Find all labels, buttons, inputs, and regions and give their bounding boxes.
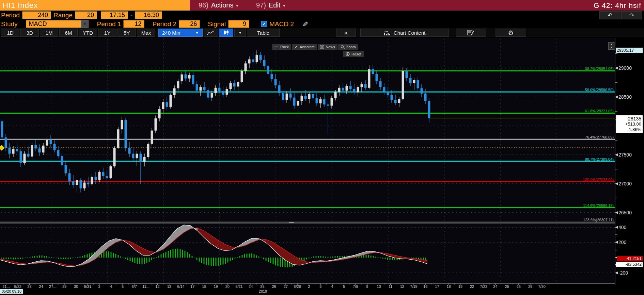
last-price-box: 28135 +513.00 1.86%: [616, 115, 643, 133]
price-axis-tick: 26500: [618, 210, 632, 215]
price-change-pct: 1.86%: [617, 127, 641, 132]
x-axis-date-label: 2: [308, 284, 310, 289]
track-label: Track: [280, 45, 289, 49]
x-axis-date-label: 4: [331, 284, 333, 289]
x-axis-date-label: 5: [122, 284, 124, 289]
price-change: +513.00: [617, 121, 641, 127]
x-axis-date-label: 26: [517, 284, 521, 289]
news-button[interactable]: News: [318, 44, 337, 50]
x-axis-date-label: 12: [155, 284, 159, 289]
x-axis-date-label: 18: [202, 284, 206, 289]
x-axis-date-label: 6/28: [294, 284, 301, 289]
x-axis-date-label: 10: [377, 284, 381, 289]
x-axis-date-label: 9: [366, 284, 368, 289]
x-axis-date-label: 24: [39, 284, 43, 289]
macd-axis-tick: -200: [618, 270, 628, 276]
track-button[interactable]: Track: [272, 44, 291, 50]
reset-button[interactable]: Reset: [343, 51, 364, 57]
x-axis-date-label: 17: [435, 284, 439, 289]
x-axis-date-label: 20: [225, 284, 230, 289]
x-axis-date-label: 4: [110, 284, 112, 289]
x-axis-date-label: 22: [470, 284, 474, 289]
x-axis-date-label: 30: [74, 284, 78, 289]
bloomberg-chart-window: HI1 Index 96) Actions ▾ 97) Edit ▾ G 42:…: [0, 0, 644, 295]
year-label: 2019: [259, 289, 267, 293]
x-axis-date-label: 25: [260, 284, 264, 289]
reset-icon: [346, 52, 350, 56]
fib-level-label: 100.0%(27038.00): [583, 178, 614, 182]
x-axis-date-label: 29: [528, 284, 532, 289]
magnifier-icon: [341, 45, 345, 49]
redo-button[interactable]: ↷: [621, 11, 642, 19]
x-axis-date-label: 7/30: [538, 284, 545, 289]
x-axis-date-label: 7/8: [353, 284, 358, 289]
track-crosshair-icon: [274, 45, 278, 49]
fib-level-label: 50.0%(28586.50): [585, 88, 614, 92]
zoom-label: Zoom: [346, 45, 356, 49]
macd-line-value-box: -83.5342: [616, 262, 643, 267]
x-axis-date-label: 12: [400, 284, 404, 289]
fib-level-label: 76.4%(27768.89): [585, 135, 614, 139]
x-axis-date-label: 5/22: [14, 284, 21, 289]
macd-signal-value-box: -41.2151: [617, 256, 643, 261]
annotate-button[interactable]: Annotate: [292, 44, 317, 50]
x-axis-date-label: 11: [389, 284, 392, 289]
price-axis-tick: 29000: [618, 65, 632, 71]
news-icon: [320, 45, 324, 49]
x-axis-date-label: 6/7: [132, 284, 137, 289]
axis-high-value: 29305.17: [616, 48, 643, 53]
zoom-button[interactable]: Zoom: [338, 44, 358, 50]
fib-level-label: 38.2%(28951.95): [585, 67, 614, 71]
x-axis-date-label: 21...: [2, 284, 10, 289]
reset-label: Reset: [351, 52, 361, 56]
undo-button[interactable]: ↶: [599, 11, 621, 19]
x-axis-date-label: 17: [190, 284, 194, 289]
x-axis-date-label: 7/15: [410, 284, 417, 289]
fib-level-label: 88.7%(27389.04): [585, 157, 614, 161]
macd-axis-tick: 400: [618, 225, 626, 230]
axis-scroll-widget[interactable]: ▲▼: [608, 42, 615, 50]
macd-axis-tick: 200: [618, 240, 626, 245]
x-axis-date-label: 29: [62, 284, 66, 289]
crosshair-time-label: 05/20 09:10: [0, 289, 23, 294]
x-axis-date-label: 16: [423, 284, 427, 289]
annotate-label: Annotate: [300, 45, 315, 49]
x-axis-date-label: 24: [493, 284, 497, 289]
x-axis-date-label: 25: [505, 284, 509, 289]
x-axis-date-label: 27...: [49, 284, 56, 289]
x-axis-date-label: 24: [249, 284, 253, 289]
price-axis-tick: 27500: [618, 152, 632, 158]
x-axis-date-label: 11...: [142, 284, 150, 289]
x-axis-date-label: 5: [343, 284, 345, 289]
annotate-pencil-icon: [294, 45, 298, 49]
x-axis-date-label: 6/14: [177, 284, 184, 289]
x-axis-date-label: 18: [446, 284, 451, 289]
x-axis-date-label: 27: [284, 284, 288, 289]
x-axis-date-label: 19: [214, 284, 218, 289]
x-axis-date-label: 13: [167, 284, 171, 289]
x-axis-date-label: 3: [98, 284, 100, 289]
x-axis-date-label: 7/23: [480, 284, 487, 289]
x-axis-date-label: 23: [27, 284, 31, 289]
price-axis-tick: 27000: [618, 181, 632, 186]
fib-level-label: 123.6%(26307.11): [583, 218, 614, 222]
x-axis-date-label: 6/21: [235, 284, 242, 289]
undo-redo-group: ↶ ↷: [599, 11, 642, 19]
last-price: 28135: [617, 116, 641, 121]
x-axis-date-label: 5/31: [84, 284, 91, 289]
x-axis-date-label: 19: [458, 284, 462, 289]
price-axis-tick: 28500: [618, 94, 632, 100]
fib-level-label: 114.6%(26586.15): [583, 203, 614, 208]
chart-hover-toolbar: Track Annotate News Zoom: [272, 44, 358, 50]
x-axis-date-label: 3: [319, 284, 321, 289]
fib-level-label: 61.8%(28221.05): [585, 109, 614, 113]
x-axis-date-label: 26: [272, 284, 276, 289]
news-label: News: [326, 45, 335, 49]
